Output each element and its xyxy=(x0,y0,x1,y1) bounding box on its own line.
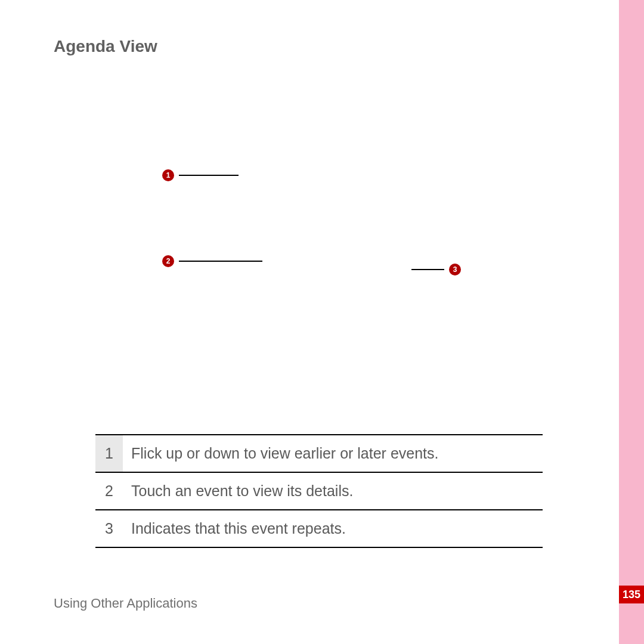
legend-number: 3 xyxy=(95,510,123,547)
callout-bubble-2: 2 xyxy=(162,255,174,267)
table-row: 2 Touch an event to view its details. xyxy=(95,472,543,510)
legend-description: Indicates that this event repeats. xyxy=(123,510,543,547)
callout-bubble-3: 3 xyxy=(449,264,461,275)
callout-2: 2 xyxy=(162,255,262,267)
page-number: 135 xyxy=(623,589,640,601)
page-number-badge: 135 xyxy=(619,586,644,603)
callout-bubble-1: 1 xyxy=(162,169,174,181)
legend-description: Touch an event to view its details. xyxy=(123,472,543,510)
callout-leader-3 xyxy=(411,269,444,270)
callout-diagram: 1 2 3 xyxy=(155,149,483,298)
footer-section-title: Using Other Applications xyxy=(54,596,197,611)
document-page: 135 Agenda View 1 2 3 1 Flick up or down… xyxy=(0,0,644,644)
section-heading: Agenda View xyxy=(54,37,157,56)
callout-3: 3 xyxy=(411,264,461,275)
callout-1: 1 xyxy=(162,169,239,181)
legend-table: 1 Flick up or down to view earlier or la… xyxy=(95,434,543,548)
callout-leader-1 xyxy=(179,175,239,176)
table-row: 1 Flick up or down to view earlier or la… xyxy=(95,435,543,472)
callout-leader-2 xyxy=(179,261,262,262)
legend-number: 1 xyxy=(95,435,123,472)
legend-number: 2 xyxy=(95,472,123,510)
side-tab-strip xyxy=(619,0,644,644)
table-row: 3 Indicates that this event repeats. xyxy=(95,510,543,547)
legend-description: Flick up or down to view earlier or late… xyxy=(123,435,543,472)
